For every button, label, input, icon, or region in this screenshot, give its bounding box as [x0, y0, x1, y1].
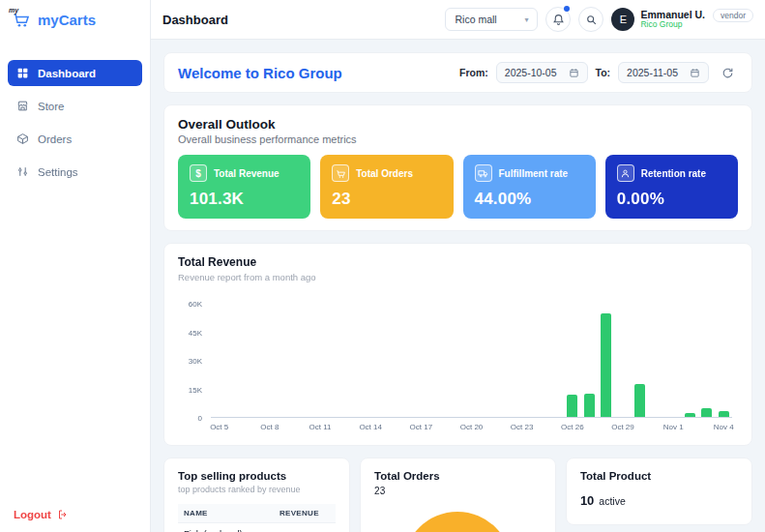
store-select-value: Rico mall [455, 14, 496, 25]
logo: my myCarts [0, 0, 150, 39]
from-date-input[interactable]: 2025-10-05 [496, 62, 588, 83]
total-product-count: 10 [580, 493, 594, 508]
package-icon [16, 133, 29, 145]
sidebar-item-store[interactable]: Store [8, 93, 142, 119]
revenue-chart-xticks: Oct 5Oct 8Oct 11Oct 14Oct 17Oct 20Oct 23… [211, 418, 732, 433]
top-products-rows: Fish (makerel) [178, 523, 336, 532]
outlook-subtitle: Overall business performance metrics [178, 133, 738, 145]
search-button[interactable] [578, 7, 603, 32]
stat-value: 44.00% [475, 190, 584, 209]
chevron-down-icon: ▾ [524, 15, 528, 24]
stat-retention-rate: Retention rate 0.00% [605, 155, 738, 219]
revenue-bar [701, 408, 712, 417]
sliders-icon [16, 165, 29, 178]
top-products-subtitle: top products ranked by revenue [178, 485, 336, 494]
sidebar-item-dashboard[interactable]: Dashboard [8, 60, 142, 86]
page-title: Dashboard [162, 13, 228, 27]
main-content: Welcome to Rico Group From: 2025-10-05 T… [151, 40, 765, 532]
stat-value: 0.00% [617, 190, 726, 209]
x-tick-label: Oct 26 [561, 423, 584, 431]
notification-dot [564, 6, 570, 12]
sidebar-item-label: Store [38, 101, 65, 112]
y-tick-label: 30K [189, 357, 202, 366]
orders-donut [403, 512, 512, 532]
store-select[interactable]: Rico mall ▾ [445, 8, 538, 31]
logout-icon [57, 509, 69, 520]
chart-subtitle: Revenue report from a month ago [178, 272, 738, 282]
total-orders-card: Total Orders 23 [360, 458, 556, 532]
role-badge: vendor [713, 9, 753, 22]
revenue-bar [634, 384, 645, 417]
sidebar-item-label: Orders [38, 133, 72, 145]
x-tick-label: Nov 4 [714, 423, 734, 431]
stat-label: Total Revenue [214, 168, 280, 179]
table-row: Fish (makerel) [178, 523, 336, 532]
top-products-table: NAME REVENUE Fish (makerel) [178, 504, 336, 532]
stat-value: 101.3K [190, 190, 299, 209]
sidebar-item-label: Dashboard [38, 68, 96, 79]
x-tick-label: Oct 11 [309, 423, 332, 431]
cart-logo-icon: my [12, 10, 31, 29]
sidebar: my myCarts Dashboard Store Orders Settin… [0, 0, 151, 532]
revenue-chart-yticks: 015K30K45K60K [178, 304, 211, 418]
sidebar-item-label: Settings [38, 166, 78, 178]
header-actions: Rico mall ▾ E Emmanuel U. Rico Group ven… [445, 7, 753, 32]
revenue-bar [567, 395, 577, 417]
bottom-cards-row: Top selling products top products ranked… [163, 458, 752, 532]
date-range-controls: From: 2025-10-05 To: 2025-11-05 [459, 62, 738, 83]
revenue-chart: 015K30K45K60K [178, 304, 738, 418]
y-tick-label: 60K [189, 300, 202, 309]
calendar-icon [569, 68, 579, 78]
x-tick-label: Nov 1 [663, 423, 684, 431]
overall-outlook-card: Overall Outlook Overall business perform… [163, 104, 752, 231]
to-date-input[interactable]: 2025-11-05 [618, 62, 709, 83]
table-header: NAME REVENUE [178, 504, 336, 523]
x-tick-label: Oct 14 [359, 423, 382, 431]
dollar-icon: $ [190, 164, 207, 182]
top-products-title: Top selling products [178, 470, 336, 482]
cart-icon [332, 164, 349, 182]
user-menu[interactable]: E Emmanuel U. Rico Group [611, 8, 705, 31]
from-date-value: 2025-10-05 [505, 67, 557, 78]
refresh-icon [721, 67, 734, 79]
sidebar-item-settings[interactable]: Settings [8, 159, 142, 185]
stat-value: 23 [332, 190, 441, 209]
revenue-bar [601, 313, 611, 417]
refresh-button[interactable] [717, 62, 738, 83]
y-tick-label: 0 [198, 414, 202, 423]
y-tick-label: 15K [189, 385, 202, 394]
stat-label: Total Orders [356, 168, 413, 179]
stats-row: $ Total Revenue 101.3K Total Orders 23 [178, 155, 738, 219]
stat-total-orders: Total Orders 23 [320, 155, 453, 219]
sidebar-item-orders[interactable]: Orders [8, 126, 142, 152]
total-orders-title: Total Orders [374, 470, 542, 482]
from-label: From: [459, 67, 488, 78]
brand-name: myCarts [38, 12, 96, 28]
stat-fulfillment-rate: Fulfillment rate 44.00% [463, 155, 596, 219]
bell-icon [552, 14, 565, 26]
x-tick-label: Oct 23 [511, 423, 534, 431]
total-product-line: 10 active [580, 493, 738, 508]
notifications-button[interactable] [545, 7, 571, 32]
stat-total-revenue: $ Total Revenue 101.3K [178, 155, 310, 219]
x-tick-label: Oct 20 [460, 423, 484, 431]
top-products-card: Top selling products top products ranked… [163, 458, 350, 532]
revenue-bar [584, 394, 595, 417]
welcome-title: Welcome to Rico Group [178, 65, 342, 81]
search-icon [585, 14, 598, 26]
to-label: To: [596, 67, 611, 78]
column-header-name: NAME [184, 509, 280, 517]
revenue-chart-card: Total Revenue Revenue report from a mont… [163, 243, 752, 446]
avatar: E [611, 8, 634, 31]
to-date-value: 2025-11-05 [627, 67, 678, 78]
x-tick-label: Oct 8 [260, 423, 279, 431]
logout-button[interactable]: Logout [0, 497, 150, 532]
user-icon [617, 164, 634, 182]
truck-icon [475, 164, 492, 182]
column-header-revenue: REVENUE [280, 509, 330, 517]
revenue-chart-bars [211, 304, 732, 418]
sidebar-nav: Dashboard Store Orders Settings [0, 52, 150, 192]
top-header: Dashboard Rico mall ▾ E Emmanuel U. Rico… [151, 0, 765, 40]
total-product-suffix: active [599, 495, 625, 507]
logout-label: Logout [14, 509, 51, 520]
